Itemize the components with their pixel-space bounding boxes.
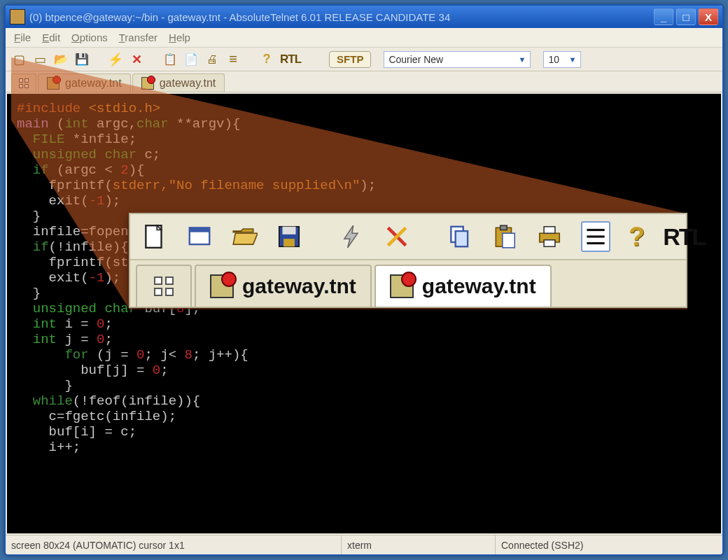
session-file-icon — [390, 274, 414, 298]
menu-help[interactable]: Help — [169, 31, 190, 43]
copy-icon[interactable] — [162, 52, 178, 67]
font-family-value: Courier New — [388, 54, 443, 65]
zoom-inset: ? RTL gateway.tnt gateway.tnt — [129, 213, 687, 308]
session-file-icon — [141, 77, 154, 90]
paste-icon[interactable] — [491, 221, 518, 252]
rtl-button[interactable]: RTL — [280, 52, 301, 66]
tab-session-1[interactable]: gateway.tnt — [195, 265, 372, 307]
save-icon[interactable] — [74, 52, 90, 67]
font-family-combo[interactable]: Courier New ▼ — [384, 51, 531, 68]
svg-rect-11 — [500, 225, 507, 230]
grid-icon — [19, 78, 29, 88]
status-term-type: xterm — [342, 536, 496, 554]
chevron-down-icon: ▼ — [569, 55, 577, 64]
rtl-button[interactable]: RTL — [663, 223, 705, 251]
new-icon[interactable] — [141, 221, 168, 252]
new-window-icon[interactable] — [32, 52, 48, 67]
tab-label: gateway.tnt — [422, 274, 536, 298]
toolbar: RTL SFTP Courier New ▼ 10 ▼ — [6, 48, 722, 71]
svg-rect-4 — [283, 227, 296, 234]
inset-tabbar: gateway.tnt gateway.tnt — [130, 260, 686, 307]
sftp-button[interactable]: SFTP — [329, 51, 371, 68]
svg-rect-14 — [544, 227, 555, 234]
connect-icon[interactable] — [108, 52, 123, 67]
chevron-down-icon: ▼ — [519, 55, 526, 64]
tab-session-2[interactable]: gateway.tnt — [132, 74, 225, 92]
menu-file[interactable]: FFileile — [14, 31, 31, 43]
window-controls: _ □ X — [654, 8, 718, 25]
status-connection: Connected (SSH2) — [496, 536, 722, 554]
paste-icon[interactable] — [183, 52, 199, 67]
svg-rect-12 — [503, 233, 514, 248]
tabbar: gateway.tnt gateway.tnt — [6, 71, 722, 92]
help-icon[interactable]: ? — [629, 221, 645, 252]
svg-rect-9 — [456, 231, 468, 246]
svg-rect-5 — [284, 239, 295, 246]
open-icon[interactable] — [53, 52, 69, 67]
minimize-button[interactable]: _ — [654, 8, 673, 25]
print-icon[interactable] — [204, 52, 220, 67]
svg-rect-15 — [544, 240, 555, 247]
options-icon[interactable] — [225, 52, 241, 67]
statusbar: screen 80x24 (AUTOMATIC) cursor 1x1 xter… — [6, 535, 722, 554]
disconnect-icon[interactable] — [384, 221, 410, 252]
inset-toolbar: ? RTL — [130, 214, 686, 260]
close-button[interactable]: X — [699, 8, 718, 25]
tab-grid-view[interactable] — [136, 265, 192, 307]
new-icon[interactable] — [11, 52, 27, 67]
copy-icon[interactable] — [447, 221, 473, 252]
menu-edit[interactable]: Edit — [42, 31, 60, 43]
connect-icon[interactable] — [339, 221, 365, 252]
new-window-icon[interactable] — [186, 221, 213, 252]
session-file-icon — [210, 274, 234, 298]
tab-label: gateway.tnt — [160, 77, 216, 90]
terminal-output[interactable]: #include <stdio.h> main (int argc,char *… — [7, 94, 721, 533]
title-text: (0) btpence@gateway:~/bin - gateway.tnt … — [29, 11, 450, 23]
session-file-icon — [47, 77, 59, 90]
menu-transfer[interactable]: Transfer — [119, 31, 158, 43]
tab-label: gateway.tnt — [65, 77, 122, 90]
titlebar[interactable]: (0) btpence@gateway:~/bin - gateway.tnt … — [6, 6, 722, 28]
help-icon[interactable] — [259, 52, 274, 67]
print-icon[interactable] — [536, 221, 563, 252]
status-screen-info: screen 80x24 (AUTOMATIC) cursor 1x1 — [6, 536, 342, 554]
maximize-button[interactable]: □ — [676, 8, 696, 25]
grid-icon — [154, 276, 174, 296]
app-icon — [10, 9, 25, 24]
menu-options[interactable]: Options — [71, 31, 108, 43]
font-size-combo[interactable]: 10 ▼ — [543, 51, 581, 68]
save-icon[interactable] — [276, 221, 302, 252]
tab-label: gateway.tnt — [242, 274, 356, 298]
options-icon[interactable] — [581, 221, 610, 252]
tab-session-2[interactable]: gateway.tnt — [374, 265, 552, 307]
font-size-value: 10 — [548, 54, 559, 65]
svg-rect-2 — [190, 227, 210, 232]
menubar: FFileile Edit Options Transfer Help — [6, 28, 722, 48]
disconnect-icon[interactable] — [129, 52, 144, 67]
tab-grid-view[interactable] — [11, 74, 36, 92]
tab-session-1[interactable]: gateway.tnt — [38, 74, 131, 92]
app-window: (0) btpence@gateway:~/bin - gateway.tnt … — [4, 4, 724, 556]
open-icon[interactable] — [231, 221, 258, 252]
